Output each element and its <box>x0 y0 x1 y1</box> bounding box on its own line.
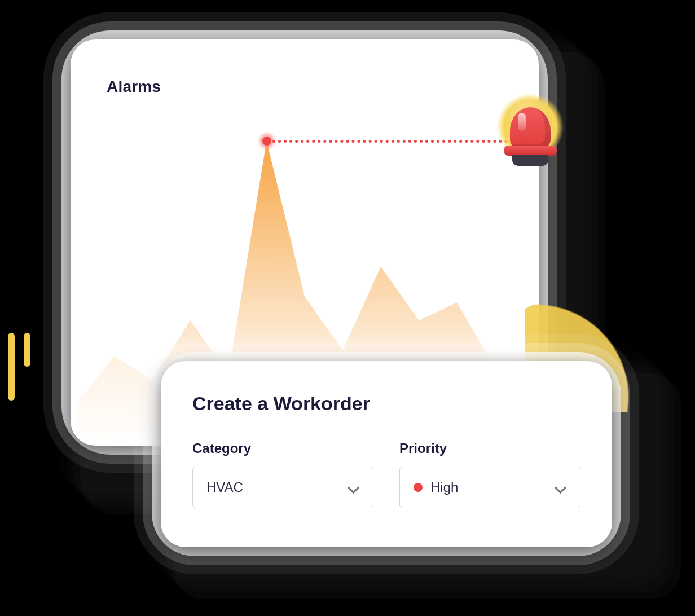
alarms-card-title: Alarms <box>107 78 503 96</box>
priority-field: Priority High <box>399 441 580 508</box>
priority-select[interactable]: High <box>399 467 580 508</box>
chevron-down-icon <box>347 481 359 494</box>
category-select-value: HVAC <box>206 479 243 495</box>
chevron-down-icon <box>554 481 566 494</box>
alarm-beacon-icon <box>491 85 570 175</box>
category-select[interactable]: HVAC <box>192 467 373 508</box>
chart-peak-marker <box>262 137 271 146</box>
priority-select-value: High <box>430 479 458 495</box>
priority-label: Priority <box>399 441 580 456</box>
category-field: Category HVAC <box>192 441 373 508</box>
workorder-title: Create a Workorder <box>192 393 580 415</box>
category-label: Category <box>192 441 373 456</box>
priority-dot-icon <box>414 483 423 492</box>
create-workorder-card: Create a Workorder Category HVAC Priorit… <box>161 361 612 547</box>
alarm-connector-line <box>272 140 520 143</box>
